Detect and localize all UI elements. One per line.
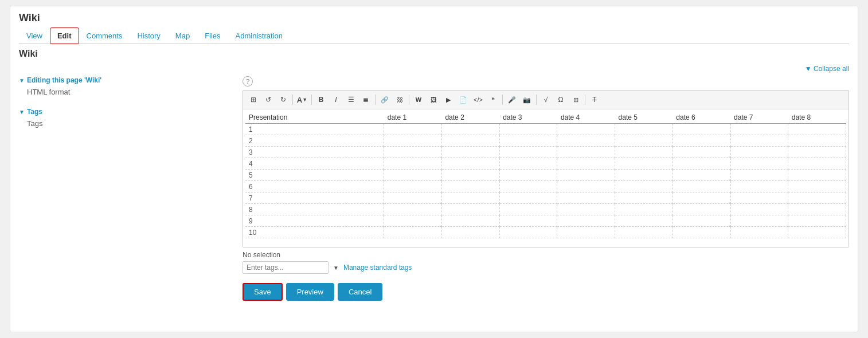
table-cell-presentation[interactable]: 10 — [245, 227, 384, 238]
table-cell-date[interactable] — [730, 147, 788, 158]
ordered-list-icon[interactable]: ≣ — [359, 93, 373, 107]
table-cell-date[interactable] — [499, 158, 557, 170]
table-cell-date[interactable] — [499, 135, 557, 147]
table-cell-date[interactable] — [384, 181, 442, 192]
media-icon[interactable]: 📷 — [520, 93, 534, 107]
table-cell-presentation[interactable]: 5 — [245, 170, 384, 181]
table-cell-date[interactable] — [441, 158, 499, 170]
table-cell-date[interactable] — [615, 181, 673, 192]
table-cell-presentation[interactable]: 4 — [245, 158, 384, 170]
audio-icon[interactable]: 🎤 — [505, 93, 519, 107]
table-cell-date[interactable] — [499, 215, 557, 227]
table-cell-date[interactable] — [730, 215, 788, 227]
table-cell-date[interactable] — [730, 158, 788, 170]
table-cell-date[interactable] — [557, 124, 615, 135]
table-cell-date[interactable] — [384, 227, 442, 238]
table-cell-presentation[interactable]: 9 — [245, 215, 384, 227]
table-cell-date[interactable] — [384, 192, 442, 204]
link-icon[interactable]: 🔗 — [378, 93, 392, 107]
table-cell-date[interactable] — [615, 215, 673, 227]
table-cell-date[interactable] — [557, 147, 615, 158]
cancel-button[interactable]: Cancel — [338, 283, 382, 301]
table-cell-date[interactable] — [672, 192, 730, 204]
table-cell-presentation[interactable]: 3 — [245, 147, 384, 158]
table-cell-date[interactable] — [672, 158, 730, 170]
tab-map[interactable]: Map — [168, 27, 197, 44]
table-cell-date[interactable] — [672, 170, 730, 181]
editor-content[interactable]: Presentation date 1 date 2 date 3 date 4… — [243, 109, 849, 247]
table-cell-date[interactable] — [557, 215, 615, 227]
table-cell-date[interactable] — [730, 135, 788, 147]
tab-history[interactable]: History — [130, 27, 167, 44]
undo-icon[interactable]: ↺ — [261, 93, 275, 107]
table-cell-date[interactable] — [730, 124, 788, 135]
table-cell-date[interactable] — [615, 135, 673, 147]
table-cell-date[interactable] — [441, 170, 499, 181]
table-cell-date[interactable] — [730, 181, 788, 192]
table-cell-date[interactable] — [672, 204, 730, 215]
table-cell-date[interactable] — [557, 135, 615, 147]
collapse-all-bar[interactable]: ▼ Collapse all — [19, 65, 849, 73]
tab-comments[interactable]: Comments — [79, 27, 130, 44]
table-cell-presentation[interactable]: 2 — [245, 135, 384, 147]
clear-format-icon[interactable]: T — [588, 93, 601, 107]
table-cell-date[interactable] — [384, 135, 442, 147]
table-cell-presentation[interactable]: 7 — [245, 192, 384, 204]
table-cell-date[interactable] — [788, 192, 846, 204]
table-cell-date[interactable] — [499, 227, 557, 238]
tab-administration[interactable]: Administration — [228, 27, 290, 44]
table-cell-date[interactable] — [557, 227, 615, 238]
preview-button[interactable]: Preview — [286, 283, 334, 301]
table-cell-date[interactable] — [384, 170, 442, 181]
table-cell-presentation[interactable]: 6 — [245, 181, 384, 192]
table-cell-date[interactable] — [672, 227, 730, 238]
table-cell-date[interactable] — [730, 204, 788, 215]
tab-view[interactable]: View — [19, 27, 50, 44]
bold-icon[interactable]: B — [314, 93, 328, 107]
table-cell-date[interactable] — [788, 227, 846, 238]
unlink-icon[interactable]: ⛓ — [393, 93, 406, 107]
table-cell-date[interactable] — [384, 204, 442, 215]
tags-section-header[interactable]: ▼ Tags — [19, 108, 237, 116]
word-icon[interactable]: W — [412, 93, 425, 107]
table-cell-date[interactable] — [788, 215, 846, 227]
font-size-icon[interactable]: A▼ — [295, 93, 309, 107]
help-icon[interactable]: ? — [243, 76, 253, 87]
table-cell-date[interactable] — [384, 158, 442, 170]
table-cell-date[interactable] — [730, 227, 788, 238]
special-char-icon[interactable]: Ω — [554, 93, 568, 107]
table-cell-date[interactable] — [615, 227, 673, 238]
table-cell-date[interactable] — [730, 170, 788, 181]
table-cell-date[interactable] — [441, 227, 499, 238]
table-cell-date[interactable] — [788, 158, 846, 170]
table-cell-date[interactable] — [615, 192, 673, 204]
table-cell-date[interactable] — [557, 158, 615, 170]
table-cell-date[interactable] — [672, 147, 730, 158]
table-cell-date[interactable] — [788, 204, 846, 215]
table-cell-date[interactable] — [788, 124, 846, 135]
table2-icon[interactable]: ⊞ — [569, 93, 582, 107]
save-button[interactable]: Save — [243, 283, 283, 301]
image-icon[interactable]: 🖼 — [427, 93, 440, 107]
redo-icon[interactable]: ↻ — [276, 93, 290, 107]
table-cell-date[interactable] — [788, 147, 846, 158]
table-cell-date[interactable] — [499, 204, 557, 215]
video-icon[interactable]: ▶ — [441, 93, 455, 107]
tab-edit[interactable]: Edit — [50, 27, 79, 44]
formula-icon[interactable]: √ — [539, 93, 553, 107]
table-cell-presentation[interactable]: 8 — [245, 204, 384, 215]
table-cell-date[interactable] — [441, 181, 499, 192]
table-cell-date[interactable] — [441, 192, 499, 204]
table-cell-date[interactable] — [441, 147, 499, 158]
table-cell-date[interactable] — [499, 147, 557, 158]
table-cell-date[interactable] — [557, 192, 615, 204]
table-cell-date[interactable] — [672, 135, 730, 147]
manage-tags-link[interactable]: Manage standard tags — [343, 264, 412, 272]
editing-section-header[interactable]: ▼ Editing this page 'Wiki' — [19, 76, 237, 84]
table-cell-presentation[interactable]: 1 — [245, 124, 384, 135]
table-cell-date[interactable] — [672, 215, 730, 227]
blockquote-icon[interactable]: ❝ — [486, 93, 500, 107]
table-cell-date[interactable] — [615, 170, 673, 181]
table-cell-date[interactable] — [615, 124, 673, 135]
code-icon[interactable]: </> — [471, 93, 485, 107]
